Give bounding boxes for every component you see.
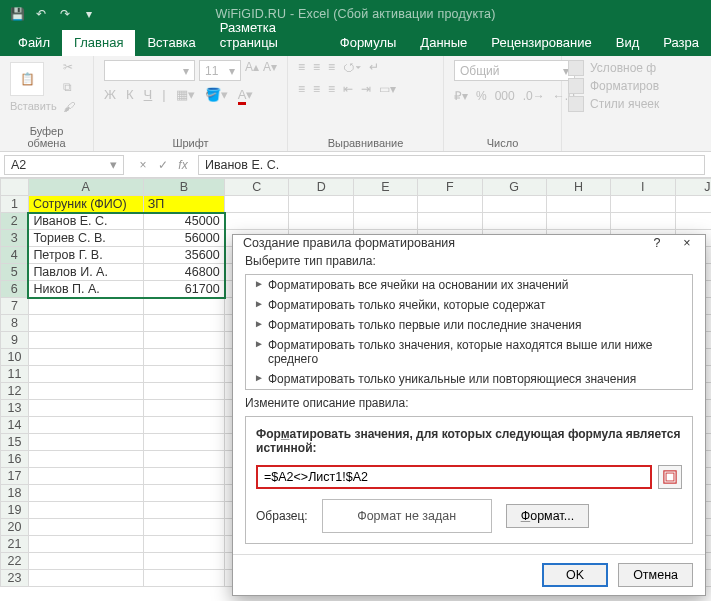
col-header-B[interactable]: B [143,179,225,196]
name-box[interactable]: A2▾ [4,155,124,175]
row-header-5[interactable]: 5 [1,264,29,281]
cell-G1[interactable] [482,196,546,213]
row-header-1[interactable]: 1 [1,196,29,213]
align-middle-icon[interactable]: ≡ [313,60,320,74]
cell-A15[interactable] [28,434,143,451]
cell-A11[interactable] [28,366,143,383]
col-header-F[interactable]: F [418,179,482,196]
currency-icon[interactable]: ₽▾ [454,89,468,103]
cell-A5[interactable]: Павлов И. А. [28,264,143,281]
copy-icon[interactable]: ⧉ [63,80,72,94]
col-header-I[interactable]: I [611,179,675,196]
row-header-7[interactable]: 7 [1,298,29,315]
align-top-icon[interactable]: ≡ [298,60,305,74]
cell-A23[interactable] [28,570,143,587]
cell-A17[interactable] [28,468,143,485]
cell-A22[interactable] [28,553,143,570]
cell-A14[interactable] [28,417,143,434]
row-header-9[interactable]: 9 [1,332,29,349]
format-table-label[interactable]: Форматиров [590,79,659,93]
cell-A9[interactable] [28,332,143,349]
col-header-A[interactable]: A [28,179,143,196]
cell-A2[interactable]: Иванов Е. С. [28,213,143,230]
grow-font-icon[interactable]: A▴ [245,60,259,81]
cell-D1[interactable] [289,196,353,213]
tab-insert[interactable]: Вставка [135,30,207,56]
underline-button[interactable]: Ч [144,87,153,102]
rule-type-item-3[interactable]: ►Форматировать только значения, которые … [246,335,692,369]
cell-B13[interactable] [143,400,225,417]
undo-icon[interactable]: ↶ [32,5,50,23]
cell-B5[interactable]: 46800 [143,264,225,281]
cond-format-label[interactable]: Условное ф [590,61,656,75]
paste-icon[interactable]: 📋 [10,62,44,96]
cell-B8[interactable] [143,315,225,332]
select-all-corner[interactable] [1,179,29,196]
tab-data[interactable]: Данные [408,30,479,56]
row-header-20[interactable]: 20 [1,519,29,536]
italic-button[interactable]: К [126,87,134,102]
formula-field[interactable] [256,465,652,489]
cell-A16[interactable] [28,451,143,468]
cell-B17[interactable] [143,468,225,485]
row-header-23[interactable]: 23 [1,570,29,587]
cancel-edit-icon[interactable]: × [134,158,152,172]
cell-B3[interactable]: 56000 [143,230,225,247]
cell-B15[interactable] [143,434,225,451]
cell-A1[interactable]: Сотруник (ФИО) [28,196,143,213]
row-header-16[interactable]: 16 [1,451,29,468]
qat-customize-icon[interactable]: ▾ [80,5,98,23]
tab-file[interactable]: Файл [6,30,62,56]
dialog-close-icon[interactable]: × [679,236,695,250]
cell-B18[interactable] [143,485,225,502]
cell-B14[interactable] [143,417,225,434]
confirm-edit-icon[interactable]: ✓ [154,158,172,172]
cell-A4[interactable]: Петров Г. В. [28,247,143,264]
rule-type-item-4[interactable]: ►Форматировать только уникальные или пов… [246,369,692,389]
cell-E2[interactable] [353,213,417,230]
align-center-icon[interactable]: ≡ [313,82,320,96]
rule-type-item-2[interactable]: ►Форматировать только первые или последн… [246,315,692,335]
cell-B1[interactable]: ЗП [143,196,225,213]
cell-A3[interactable]: Ториев С. В. [28,230,143,247]
tab-page-layout[interactable]: Разметка страницы [208,15,328,56]
cancel-button[interactable]: Отмена [618,563,693,587]
rule-type-item-0[interactable]: ►Форматировать все ячейки на основании и… [246,275,692,295]
cell-A7[interactable] [28,298,143,315]
merge-icon[interactable]: ▭▾ [379,82,396,96]
tab-developer[interactable]: Разра [651,30,711,56]
font-size-combo[interactable]: 11▾ [199,60,241,81]
wrap-text-icon[interactable]: ↵ [369,60,379,74]
fill-color-icon[interactable]: 🪣▾ [205,87,228,102]
cut-icon[interactable]: ✂ [63,60,73,74]
row-header-3[interactable]: 3 [1,230,29,247]
row-header-11[interactable]: 11 [1,366,29,383]
indent-inc-icon[interactable]: ⇥ [361,82,371,96]
row-header-8[interactable]: 8 [1,315,29,332]
font-name-combo[interactable]: ▾ [104,60,195,81]
cell-A10[interactable] [28,349,143,366]
cell-A13[interactable] [28,400,143,417]
format-button[interactable]: Формат... [506,504,589,528]
cell-H1[interactable] [546,196,610,213]
row-header-12[interactable]: 12 [1,383,29,400]
cell-F2[interactable] [418,213,482,230]
cell-A18[interactable] [28,485,143,502]
col-header-G[interactable]: G [482,179,546,196]
col-header-D[interactable]: D [289,179,353,196]
border-icon[interactable]: ▦▾ [176,87,195,102]
align-bottom-icon[interactable]: ≡ [328,60,335,74]
row-header-15[interactable]: 15 [1,434,29,451]
align-left-icon[interactable]: ≡ [298,82,305,96]
cell-B20[interactable] [143,519,225,536]
row-header-22[interactable]: 22 [1,553,29,570]
cond-format-icon[interactable] [568,60,584,76]
tab-view[interactable]: Вид [604,30,652,56]
cell-A21[interactable] [28,536,143,553]
row-header-14[interactable]: 14 [1,417,29,434]
row-header-13[interactable]: 13 [1,400,29,417]
cell-styles-icon[interactable] [568,96,584,112]
row-header-19[interactable]: 19 [1,502,29,519]
row-header-6[interactable]: 6 [1,281,29,298]
col-header-J[interactable]: J [675,179,711,196]
